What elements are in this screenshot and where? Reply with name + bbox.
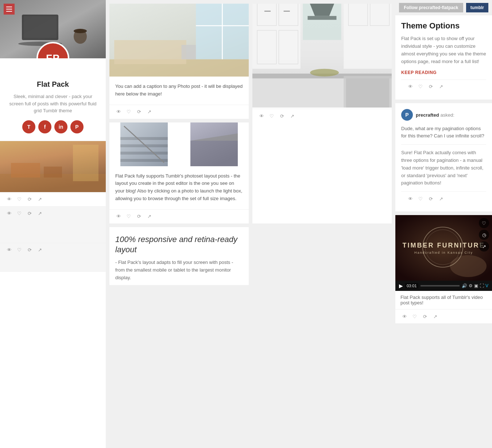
share-icon-p1[interactable]: ↗ — [146, 109, 152, 115]
kitchen-svg — [252, 4, 392, 108]
interior-img-svg — [0, 141, 106, 192]
fullscreen-icon[interactable]: ⛶ — [480, 283, 484, 288]
ask-actions: 👁 ♡ ⟳ ↗ — [401, 191, 486, 206]
kitchen-image — [252, 4, 392, 109]
video-card: Timber Furniture Handcrafted in Kansas C… — [395, 215, 492, 323]
vimeo-icon[interactable]: V — [485, 283, 488, 288]
twitter-icon[interactable]: T — [22, 120, 35, 133]
heart-icon-3[interactable]: ♡ — [16, 247, 23, 253]
photoset-images — [109, 122, 249, 167]
eye-icon-3[interactable]: 👁 — [6, 247, 12, 253]
heart-icon-2[interactable]: ♡ — [16, 210, 23, 217]
heart-icon-ask[interactable]: ♡ — [417, 195, 424, 202]
share-icon-theme[interactable]: ↗ — [438, 83, 444, 90]
eye-icon-video[interactable]: 👁 — [401, 313, 408, 320]
video-controls: ▶ 03:01 🔊 ⚙ ▣ ⛶ V — [395, 281, 492, 291]
svg-rect-37 — [303, 4, 341, 40]
sidebar-header: FP — [0, 0, 106, 58]
reblog-icon[interactable]: ⟳ — [26, 196, 33, 203]
heart-icon-photoset[interactable]: ♡ — [125, 213, 132, 220]
play-button[interactable]: ▶ — [399, 283, 403, 289]
post-photo-caption: You can add a caption to any Photo post … — [109, 4, 249, 119]
sidebar-post-1-image — [0, 141, 106, 192]
share-icon-3[interactable]: ↗ — [36, 247, 43, 253]
ask-answer: Sure! Flat Pack actually comes with thre… — [401, 149, 486, 187]
video-side-actions: ♡ ◷ ↗ — [479, 218, 489, 252]
instagram-icon[interactable]: in — [54, 120, 67, 133]
captions-icon[interactable]: ▣ — [474, 283, 478, 288]
video-clock-btn[interactable]: ◷ — [479, 230, 489, 240]
eye-icon-kitchen[interactable]: 👁 — [258, 113, 265, 119]
hamburger-button[interactable] — [4, 4, 15, 15]
video-share-btn[interactable]: ↗ — [479, 241, 489, 252]
photo-caption-image — [109, 4, 249, 78]
sidebar-post-3-actions: 👁 ♡ ⟳ ↗ — [0, 243, 106, 257]
heart-icon-video[interactable]: ♡ — [411, 313, 418, 320]
asked-label: asked: — [440, 112, 454, 118]
reblog-icon-3[interactable]: ⟳ — [26, 247, 33, 253]
ask-header: P precrafted asked: — [401, 109, 486, 121]
heart-icon[interactable]: ♡ — [16, 196, 23, 203]
share-icon-video[interactable]: ↗ — [432, 313, 438, 320]
video-heart-btn[interactable]: ♡ — [479, 218, 489, 228]
right-sidebar: Follow precrafted-flatpack tumblr Theme … — [395, 0, 492, 448]
eye-icon-2[interactable]: 👁 — [6, 210, 12, 217]
video-caption: Flat Pack supports all of Tumblr's video… — [395, 291, 492, 309]
eye-icon-ask[interactable]: 👁 — [407, 195, 414, 202]
eye-icon-p1[interactable]: 👁 — [115, 109, 122, 115]
svg-point-36 — [310, 69, 339, 77]
svg-rect-3 — [24, 16, 57, 38]
ask-question: Dude, what are my pagination options for… — [401, 125, 486, 145]
video-time: 03:01 — [405, 283, 418, 288]
pinterest-icon[interactable]: P — [70, 120, 84, 133]
theme-options-actions: 👁 ♡ ⟳ ↗ — [401, 79, 486, 94]
svg-rect-10 — [44, 167, 62, 178]
sidebar-profile: Flat Pack Sleek, minimal and clever - pa… — [0, 58, 106, 141]
follow-button[interactable]: Follow precrafted-flatpack — [399, 3, 463, 12]
video-subtitle: Handcrafted in Kansas City — [403, 251, 485, 254]
photoset-img2-svg — [179, 122, 249, 166]
share-icon-ask[interactable]: ↗ — [438, 195, 444, 202]
heart-icon-theme[interactable]: ♡ — [417, 83, 424, 90]
video-title: Timber Furniture — [403, 242, 485, 249]
italic-post-title: 100% responsive and retina-ready layout — [115, 234, 243, 255]
reblog-icon-ask[interactable]: ⟳ — [427, 195, 434, 202]
video-thumbnail: Timber Furniture Handcrafted in Kansas C… — [395, 215, 492, 281]
video-logo: Timber Furniture Handcrafted in Kansas C… — [403, 242, 485, 254]
video-ctrl-icons: 🔊 ⚙ ▣ ⛶ V — [462, 283, 488, 288]
reblog-icon-2[interactable]: ⟳ — [26, 210, 33, 217]
settings-icon[interactable]: ⚙ — [469, 283, 473, 288]
svg-rect-17 — [114, 40, 186, 64]
share-icon-photoset[interactable]: ↗ — [146, 213, 152, 220]
eye-icon-photoset[interactable]: 👁 — [115, 213, 122, 220]
keep-reading-link[interactable]: KEEP READING — [401, 70, 486, 75]
reblog-icon-video[interactable]: ⟳ — [422, 313, 428, 320]
reblog-icon-kitchen[interactable]: ⟳ — [279, 113, 285, 119]
eye-icon[interactable]: 👁 — [6, 196, 12, 203]
reblog-icon-theme[interactable]: ⟳ — [427, 83, 434, 90]
posts-grid: You can add a caption to any Photo post … — [109, 4, 392, 285]
post-responsive: 100% responsive and retina-ready layout … — [109, 227, 249, 285]
volume-icon[interactable]: 🔊 — [462, 283, 467, 288]
facebook-icon[interactable]: f — [38, 120, 51, 133]
reblog-icon-p1[interactable]: ⟳ — [136, 109, 142, 115]
photoset-img1 — [109, 122, 179, 167]
share-icon[interactable]: ↗ — [36, 196, 43, 203]
progress-bar[interactable] — [421, 285, 460, 287]
svg-rect-9 — [11, 163, 40, 178]
share-icon-2[interactable]: ↗ — [36, 210, 43, 217]
svg-point-6 — [74, 29, 87, 33]
share-icon-kitchen[interactable]: ↗ — [289, 113, 295, 119]
sidebar-post-1-actions: 👁 ♡ ⟳ ↗ — [0, 192, 106, 206]
right-top-bar: Follow precrafted-flatpack tumblr — [395, 0, 492, 15]
tumblr-button[interactable]: tumblr — [466, 3, 488, 12]
eye-icon-theme[interactable]: 👁 — [407, 83, 414, 90]
photoset-img2 — [179, 122, 249, 167]
heart-icon-p1[interactable]: ♡ — [125, 109, 132, 115]
heart-icon-kitchen[interactable]: ♡ — [268, 113, 275, 119]
social-icons-group: T f in P — [7, 120, 98, 133]
reblog-icon-photoset[interactable]: ⟳ — [136, 213, 142, 220]
blog-description: Sleek, minimal and clever - pack your sc… — [7, 93, 98, 114]
theme-options-title: Theme Options — [401, 21, 486, 31]
photoset-actions: 👁 ♡ ⟳ ↗ — [109, 209, 249, 223]
